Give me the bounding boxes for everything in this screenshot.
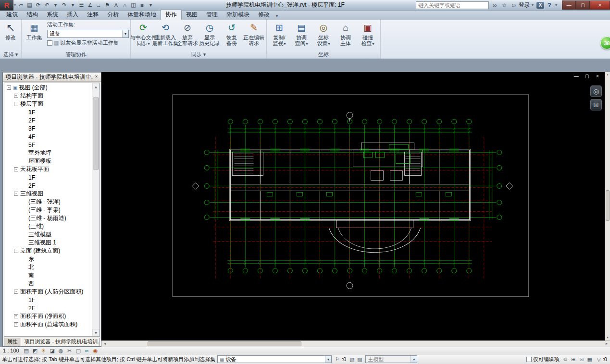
project-browser-close-icon[interactable]: × <box>93 73 100 80</box>
show-history-button[interactable]: ◷ 显示 历史记录 <box>199 21 221 46</box>
tag-icon[interactable]: ⚑ <box>103 1 112 10</box>
tree-item[interactable]: - ▣ 视图 (全部) <box>5 84 91 92</box>
design-option-select[interactable]: 主模型 ▾ <box>365 355 417 363</box>
tree-item[interactable]: 5F <box>5 141 91 149</box>
gray-inactive-worksets-toggle[interactable]: ▦ 以灰色显示非活动工作集 <box>47 39 129 47</box>
restore-backup-button[interactable]: ↺ 恢复 备份 <box>221 21 243 46</box>
scroll-right-icon[interactable]: ► <box>603 341 610 347</box>
coordination-review-button[interactable]: ▤ 协调 查阅▾ <box>290 21 312 47</box>
visual-style-icon[interactable]: ◩ <box>32 348 38 354</box>
select-panel-label[interactable]: 选择 ▾ <box>0 51 21 59</box>
tab-massing-site[interactable]: 体量和场地 <box>123 10 161 20</box>
steering-wheel-icon[interactable]: ◎ <box>590 85 602 97</box>
temporary-hide-isolate-icon[interactable]: ∞ <box>84 348 90 353</box>
default-3d-view-icon[interactable]: ⌂ <box>121 1 129 10</box>
scroll-up-icon[interactable]: ▲ <box>92 83 100 90</box>
tab-architecture[interactable]: 建筑 <box>2 10 22 20</box>
tree-item[interactable]: - 楼层平面 <box>5 100 91 108</box>
detail-level-icon[interactable]: ▤ <box>23 348 30 354</box>
shadows-icon[interactable]: ◪ <box>49 348 56 354</box>
tree-toggle[interactable]: - <box>14 192 18 196</box>
show-crop-region-icon[interactable]: ▢ <box>75 348 82 354</box>
tree-toggle[interactable]: + <box>14 314 18 318</box>
redo-dropdown-icon[interactable]: ▾ <box>69 1 77 10</box>
show-rendering-dialog-icon[interactable]: ◍ <box>58 348 64 354</box>
tree-item[interactable]: - 天花板平面 <box>5 165 91 173</box>
scroll-thumb[interactable] <box>606 190 610 221</box>
help-icon[interactable]: ? <box>546 2 553 9</box>
gray-inactive-checkbox[interactable] <box>47 40 52 46</box>
tree-item[interactable]: 三维模型 <box>5 231 91 239</box>
tree-item[interactable]: 2F <box>5 182 91 190</box>
tree-toggle[interactable]: - <box>14 102 18 106</box>
copy-monitor-button[interactable]: ⊞ 复制/ 监视▾ <box>268 21 290 47</box>
workset-select[interactable]: ▦ 设备 ▾ <box>217 355 332 363</box>
tree-item[interactable]: (三维 - 李枭) <box>5 206 91 214</box>
qat-customize-dropdown-icon[interactable]: ▾ <box>147 1 155 10</box>
sync-with-central-button[interactable]: ⟳ 与中心文件 同步▾ <box>132 21 154 47</box>
editable-only-checkbox[interactable] <box>526 357 532 362</box>
app-menu-caret-icon[interactable]: ▾ <box>14 3 16 7</box>
tree-item[interactable]: 南 <box>5 271 91 279</box>
exclude-options-icon[interactable]: ☺ <box>562 356 569 362</box>
interference-check-button[interactable]: ▣ 碰撞 检查▾ <box>357 21 379 47</box>
scroll-down-icon[interactable]: ▼ <box>605 335 610 340</box>
combo-caret-icon[interactable]: ▾ <box>325 356 331 363</box>
open-icon[interactable]: ▱ <box>17 1 25 10</box>
tree-toggle[interactable]: - <box>7 85 11 90</box>
view-minimize-button[interactable]: — <box>573 73 580 79</box>
tab-analyze[interactable]: 分析 <box>103 10 123 20</box>
save-icon[interactable]: ▤ <box>25 1 34 10</box>
scroll-up-icon[interactable]: ▲ <box>605 72 610 77</box>
zoom-icon[interactable]: ⊞ <box>590 99 602 110</box>
synchronize-panel-label[interactable]: 同步 ▾ <box>131 51 266 59</box>
tree-item[interactable]: (三维 - 张洋) <box>5 198 91 206</box>
help-caret-icon[interactable]: ▾ <box>555 3 557 7</box>
favorites-star-icon[interactable]: ☆ <box>500 2 508 9</box>
tree-item[interactable]: (三维 - 杨雨迪) <box>5 214 91 222</box>
tab-switcher-caret-icon[interactable]: ▾ <box>276 14 278 20</box>
maximize-button[interactable]: ▢ <box>576 0 590 10</box>
tree-item[interactable]: 西 <box>5 279 91 288</box>
sync-with-central-icon[interactable]: ⟳ <box>34 1 42 10</box>
tree-item[interactable]: 2F <box>5 304 91 312</box>
scroll-thumb[interactable] <box>148 341 301 346</box>
undo-icon[interactable]: ↶ <box>43 1 51 10</box>
tree-item[interactable]: + 结构平面 <box>5 92 91 100</box>
tab-addins[interactable]: 附加模块 <box>222 10 254 20</box>
sun-path-icon[interactable]: ☀ <box>40 348 47 354</box>
coordinates-button[interactable]: ◎ 坐标 设置▾ <box>312 21 335 47</box>
tab-view[interactable]: 视图 <box>182 10 202 20</box>
editable-only-toggle[interactable]: 仅可编辑项 <box>526 356 560 363</box>
minimize-button[interactable]: — <box>562 0 576 10</box>
tree-item[interactable]: 2F <box>5 116 91 124</box>
tree-item[interactable]: - 面积平面 (人防分区面积) <box>5 288 91 296</box>
tree-toggle[interactable]: - <box>14 167 18 171</box>
text-icon[interactable]: A <box>112 1 120 10</box>
select-links-icon[interactable]: ⊡ <box>578 356 585 363</box>
combo-caret-icon[interactable]: ▾ <box>122 30 128 37</box>
tree-item[interactable]: 室外地坪 <box>5 149 91 157</box>
tab-manage[interactable]: 管理 <box>202 10 222 20</box>
close-button[interactable]: × <box>590 0 610 10</box>
tab-properties[interactable]: 属性 <box>4 338 20 346</box>
tab-annotate[interactable]: 注释 <box>83 10 103 20</box>
reveal-hidden-elements-icon[interactable]: ◉ <box>92 348 99 354</box>
tree-item[interactable]: 北 <box>5 263 91 271</box>
tab-modify[interactable]: 修改 <box>254 10 274 20</box>
section-icon[interactable]: ◫ <box>129 1 137 10</box>
tab-collaborate[interactable]: 协作 <box>161 9 182 20</box>
search-binoculars-icon[interactable]: ∞ <box>491 2 498 9</box>
project-browser-titlebar[interactable]: 项目浏览器 - 技师学院机电培训中... × <box>3 73 101 82</box>
editing-requests-button[interactable]: ✎ 正在编辑 请求 <box>243 21 265 46</box>
view-close-button[interactable]: × <box>594 73 601 79</box>
press-drag-icon[interactable]: ⊞ <box>570 356 577 363</box>
tree-item[interactable]: 4F <box>5 133 91 141</box>
tab-systems[interactable]: 系统 <box>42 10 62 20</box>
tab-insert[interactable]: 插入 <box>62 10 83 20</box>
scroll-down-icon[interactable]: ▼ <box>92 329 100 336</box>
tree-toggle[interactable]: - <box>14 290 18 294</box>
tree-item[interactable]: + 面积平面 (净面积) <box>5 312 91 320</box>
crop-view-icon[interactable]: ✂ <box>66 348 73 354</box>
worksets-button[interactable]: ▦ 工作集 <box>23 21 45 40</box>
